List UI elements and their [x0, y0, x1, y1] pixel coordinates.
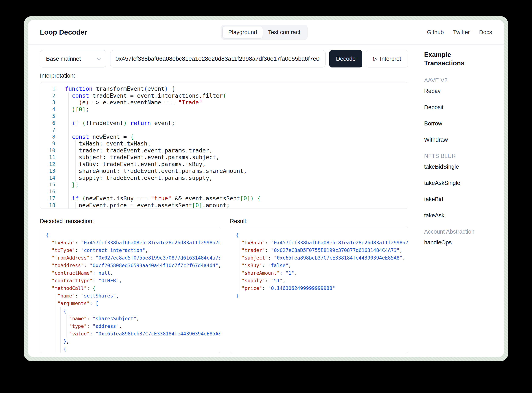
indent-guide [75, 202, 75, 209]
indent-guide [49, 285, 49, 292]
examples-section-heading: AAVE V2 [424, 77, 492, 84]
code-editor[interactable]: 1function transformEvent(event) {2 const… [40, 82, 408, 209]
indent-guide [68, 188, 69, 195]
example-tx-takeasksingle[interactable]: takeAskSingle [424, 180, 492, 186]
indent-guide [68, 106, 69, 113]
app-header: Loop Decoder PlaygroundTest contract Git… [28, 20, 504, 45]
tab-test-contract[interactable]: Test contract [263, 27, 306, 38]
indent-guide [49, 246, 49, 254]
code-line: 1function transformEvent(event) { [40, 85, 408, 92]
indent-guide [68, 181, 69, 188]
json-line: "subject": "0xc65fea898bcb37C7cE338184fe… [236, 254, 408, 262]
indent-guide [66, 353, 66, 353]
example-tx-repay[interactable]: Repay [424, 88, 492, 94]
example-tx-withdraw[interactable]: Withdraw [424, 137, 492, 143]
json-line: "type": "address", [46, 322, 220, 330]
header-nav: GithubTwitterDocs [427, 29, 492, 36]
line-number: 11 [40, 154, 55, 161]
json-line: { [46, 345, 220, 353]
line-number: 8 [40, 133, 55, 140]
window-frame: Loop Decoder PlaygroundTest contract Git… [24, 16, 508, 361]
indent-guide [68, 120, 69, 127]
indent-guide [75, 168, 75, 175]
code-line: 6 if (!tradeEvent) return event; [40, 120, 408, 127]
decoded-panel: Decoded transaction: { "txHash": "0x457f… [40, 218, 221, 353]
decoded-json-viewer[interactable]: { "txHash": "0x457fcf338baf66a08ebc81ea1… [40, 227, 221, 353]
chevron-down-icon [96, 56, 101, 60]
json-line: "txHash": "0x457fcf338baf66a08ebc81ea1e2… [46, 239, 220, 246]
tab-playground[interactable]: Playground [223, 27, 263, 38]
indent-guide [49, 315, 49, 322]
line-number: 2 [40, 92, 55, 99]
indent-guide [75, 175, 75, 182]
code-line: 9 txHash: event.txHash, [40, 140, 408, 147]
example-tx-borrow[interactable]: Borrow [424, 120, 492, 127]
line-number: 13 [40, 168, 55, 175]
code-line: 13 shareAmount: tradeEvent.event.params.… [40, 168, 408, 175]
json-line: }, [46, 338, 220, 345]
json-line: { [46, 307, 220, 315]
json-line: { [236, 231, 408, 239]
line-number: 17 [40, 195, 55, 202]
code-line: 18 newEvent.price = event.assetsSent[0].… [40, 202, 408, 209]
result-panel: Result: { "txHash": "0x457fcf338baf66a08… [230, 218, 408, 353]
line-number: 15 [40, 181, 55, 188]
code-line: 16 [40, 188, 408, 195]
tx-hash-input[interactable] [110, 50, 326, 68]
indent-guide [68, 202, 69, 209]
indent-guide [49, 338, 49, 345]
indent-guide [239, 277, 239, 285]
json-line: { [46, 231, 220, 239]
indent-guide [49, 300, 49, 307]
indent-guide [239, 262, 239, 269]
result-json-viewer[interactable]: { "txHash": "0x457fcf338baf66a08ebc81ea1… [230, 227, 408, 353]
example-tx-deposit[interactable]: Deposit [424, 104, 492, 111]
indent-guide [68, 161, 69, 168]
nav-link-docs[interactable]: Docs [479, 29, 492, 36]
decode-button[interactable]: Decode [329, 50, 362, 68]
json-line: "arguments": [ [46, 300, 220, 307]
indent-guide [75, 147, 75, 154]
code-line: 5 [40, 113, 408, 120]
indent-guide [68, 175, 69, 182]
indent-guide [49, 322, 49, 330]
network-select[interactable]: Base mainnet [40, 50, 106, 68]
example-tx-handleops[interactable]: handleOps [424, 239, 492, 246]
code-line: 4 )[0]; [40, 106, 408, 113]
play-icon: ▷ [373, 56, 377, 61]
indent-guide [49, 239, 49, 246]
indent-guide [239, 239, 239, 246]
examples-sidebar: Example Transactions AAVE V2RepayDeposit… [424, 50, 492, 357]
indent-guide [75, 161, 75, 168]
indent-guide [49, 292, 49, 300]
interpret-button[interactable]: ▷ Interpret [366, 50, 408, 68]
content-area: Base mainnet Decode ▷ Interpret Interpre… [28, 45, 504, 357]
json-line: "name": "sharesSubject", [46, 315, 220, 322]
code-line: 10 trader: tradeEvent.event.params.trade… [40, 147, 408, 154]
decoded-label: Decoded transaction: [40, 218, 221, 225]
nav-link-github[interactable]: Github [427, 29, 444, 36]
indent-guide [68, 113, 69, 120]
example-tx-takebid[interactable]: takeBid [424, 196, 492, 203]
indent-guide [239, 246, 239, 254]
code-line: 17 if (newEvent.isBuy === "true" && even… [40, 195, 408, 202]
examples-section-heading: Account Abstraction [424, 229, 492, 235]
line-number: 14 [40, 175, 55, 182]
indent-guide [68, 147, 69, 154]
examples-title: Example Transactions [424, 51, 492, 68]
interpret-label: Interpret [380, 56, 401, 62]
indent-guide [68, 168, 69, 175]
indent-guide [68, 140, 69, 147]
app-title: Loop Decoder [40, 28, 87, 36]
indent-guide [68, 99, 69, 106]
example-tx-takebidsingle[interactable]: takeBidSingle [424, 164, 492, 170]
nav-link-twitter[interactable]: Twitter [453, 29, 470, 36]
code-line: 12 isBuy: tradeEvent.event.params.isBuy, [40, 161, 408, 168]
code-line: 8 const newEvent = { [40, 133, 408, 140]
json-line: "contractType": "OTHER", [46, 277, 220, 285]
indent-guide [49, 277, 49, 285]
indent-guide [68, 127, 69, 133]
example-tx-takeask[interactable]: takeAsk [424, 212, 492, 219]
json-line: } [236, 292, 408, 300]
code-line: 2 const tradeEvent = event.interactions.… [40, 92, 408, 99]
